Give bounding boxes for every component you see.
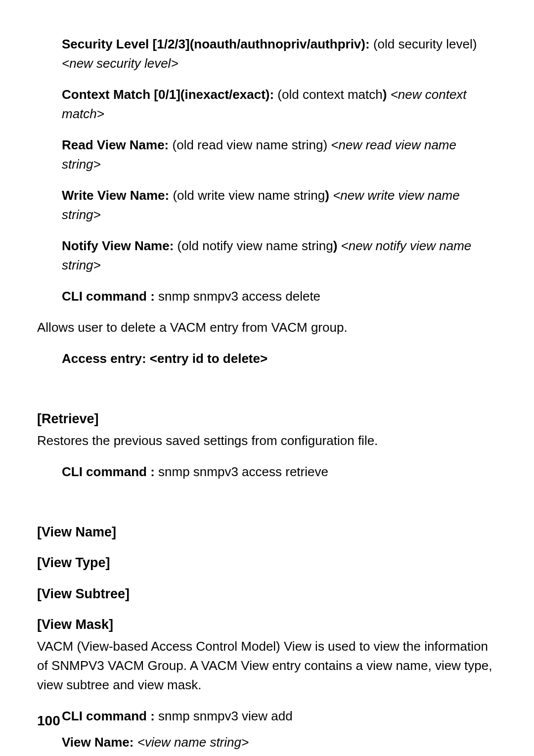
- cli-retrieve-label: CLI command :: [62, 464, 158, 479]
- context-match-close: ): [383, 87, 391, 102]
- view-name-value: <view name string>: [137, 735, 249, 750]
- notify-view-old: (old notify view name string: [178, 238, 333, 253]
- security-level-value: <new security level>: [62, 56, 178, 71]
- view-name-line: View Name: <view name string>: [62, 733, 497, 752]
- notify-view-item: Notify View Name: (old notify view name …: [62, 236, 497, 275]
- cli-view-add-value: snmp snmpv3 view add: [158, 709, 293, 723]
- cli-retrieve-value: snmp snmpv3 access retrieve: [158, 464, 328, 479]
- security-level-label: Security Level [1/2/3](noauth/authnopriv…: [62, 37, 373, 51]
- cli-retrieve-line: CLI command : snmp snmpv3 access retriev…: [62, 462, 497, 482]
- read-view-item: Read View Name: (old read view name stri…: [62, 135, 497, 174]
- context-match-old: (old context match: [277, 87, 382, 102]
- retrieve-description: Restores the previous saved settings fro…: [37, 431, 497, 450]
- context-match-item: Context Match [0/1](inexact/exact): (old…: [62, 85, 497, 124]
- notify-view-close: ): [333, 238, 341, 253]
- cli-delete-value: snmp snmpv3 access delete: [158, 289, 320, 304]
- cli-delete-label: CLI command :: [62, 289, 158, 304]
- retrieve-heading: [Retrieve]: [37, 409, 497, 429]
- write-view-label: Write View Name:: [62, 188, 173, 203]
- write-view-close: ): [325, 188, 333, 203]
- context-match-label: Context Match [0/1](inexact/exact):: [62, 87, 277, 102]
- view-name-heading: [View Name]: [37, 522, 497, 542]
- cli-delete-line: CLI command : snmp snmpv3 access delete: [62, 287, 497, 306]
- access-entry-line: Access entry: <entry id to delete>: [62, 349, 497, 368]
- read-view-old: (old read view name string): [173, 137, 331, 152]
- write-view-item: Write View Name: (old write view name st…: [62, 186, 497, 224]
- security-level-old: (old security level): [373, 37, 477, 51]
- notify-view-label: Notify View Name:: [62, 238, 178, 253]
- read-view-label: Read View Name:: [62, 137, 173, 152]
- view-type-heading: [View Type]: [37, 553, 497, 573]
- view-mask-heading: [View Mask]: [37, 615, 497, 635]
- cli-view-add-label: CLI command :: [62, 709, 158, 723]
- view-subtree-heading: [View Subtree]: [37, 584, 497, 604]
- security-level-item: Security Level [1/2/3](noauth/authnopriv…: [62, 35, 497, 73]
- delete-description: Allows user to delete a VACM entry from …: [37, 318, 497, 337]
- view-name-label: View Name:: [62, 735, 137, 750]
- page-number: 100: [37, 711, 60, 731]
- write-view-old: (old write view name string: [173, 188, 325, 203]
- vacm-description: VACM (View-based Access Control Model) V…: [37, 637, 497, 695]
- cli-view-add-line: CLI command : snmp snmpv3 view add: [62, 707, 497, 726]
